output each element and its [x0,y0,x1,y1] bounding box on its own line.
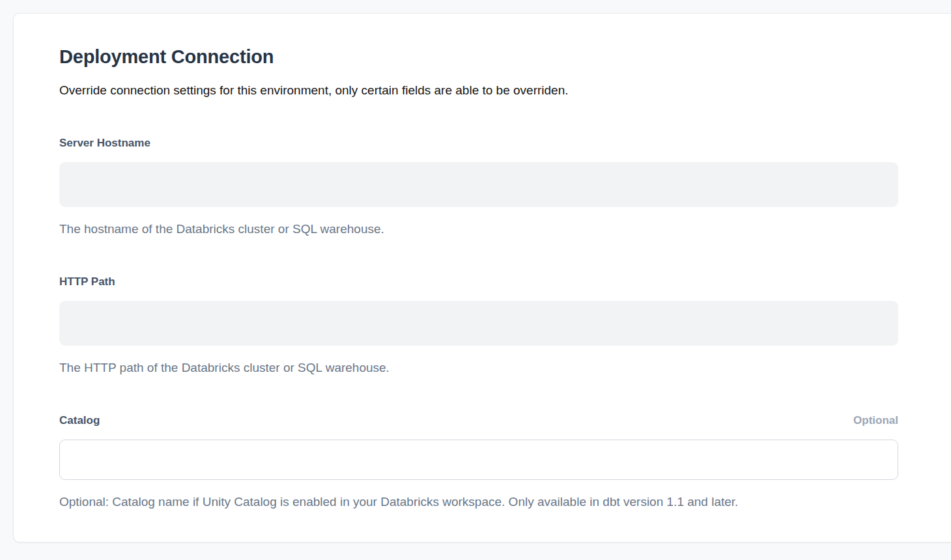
deployment-connection-panel: Deployment Connection Override connectio… [13,13,951,542]
optional-badge: Optional [853,413,898,427]
catalog-input[interactable] [59,440,898,480]
field-server-hostname: Server Hostname The hostname of the Data… [59,136,898,237]
field-header: HTTP Path [59,275,898,288]
server-hostname-input [59,162,898,207]
http-path-input [59,301,898,346]
field-header: Catalog Optional [59,413,898,427]
catalog-help: Optional: Catalog name if Unity Catalog … [59,494,898,510]
http-path-label: HTTP Path [59,275,115,288]
server-hostname-label: Server Hostname [59,136,150,150]
catalog-label: Catalog [59,413,100,427]
panel-description: Override connection settings for this en… [59,82,951,98]
field-header: Server Hostname [59,136,898,150]
field-http-path: HTTP Path The HTTP path of the Databrick… [59,275,898,376]
http-path-help: The HTTP path of the Databricks cluster … [59,360,898,376]
page-title: Deployment Connection [59,45,951,68]
field-catalog: Catalog Optional Optional: Catalog name … [59,413,898,510]
server-hostname-help: The hostname of the Databricks cluster o… [59,221,898,237]
